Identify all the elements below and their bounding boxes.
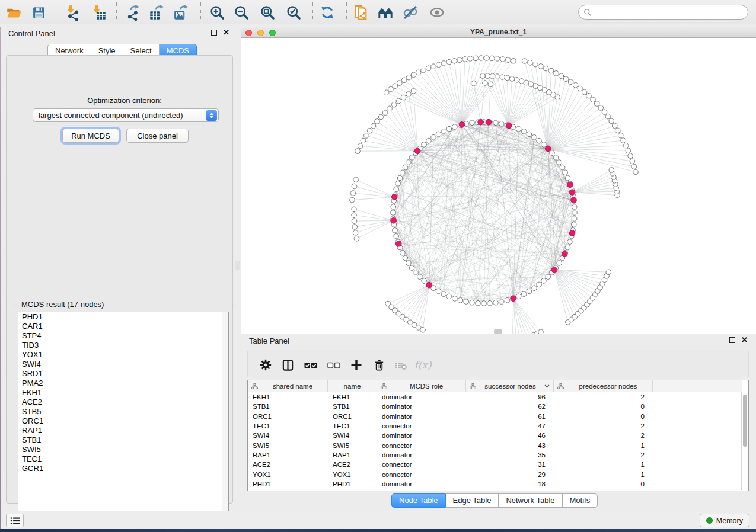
- clone-network-icon[interactable]: [351, 3, 370, 22]
- table-cell: connector: [377, 442, 466, 449]
- close-panel-button[interactable]: Close panel: [126, 129, 189, 143]
- run-mcds-button[interactable]: Run MCDS: [62, 129, 119, 143]
- table-row[interactable]: STB1STB1dominator620: [248, 402, 741, 411]
- close-panel-icon[interactable]: ✕: [223, 30, 229, 36]
- tab-node-table[interactable]: Node Table: [391, 493, 446, 508]
- import-network-icon[interactable]: [63, 3, 82, 22]
- export-network-icon[interactable]: [124, 3, 143, 22]
- mcds-result-item[interactable]: TID3: [18, 341, 228, 350]
- mcds-result-list[interactable]: PHD1CAR1STP4TID3YOX1SWI4SRD1PMA2FKH1ACE2…: [18, 312, 229, 520]
- search-input[interactable]: [578, 5, 748, 20]
- splitter-grip[interactable]: [235, 261, 240, 270]
- criterion-value: largest connected component (undirected): [39, 111, 183, 120]
- mcds-result-item[interactable]: PHD1: [18, 312, 228, 322]
- select-all-icon[interactable]: [302, 356, 320, 374]
- zoom-out-icon[interactable]: [232, 3, 251, 22]
- column-header-shared-name[interactable]: shared name: [248, 380, 328, 392]
- table-cell: 1: [554, 461, 653, 468]
- table-panel: Table Panel ✕ f(x) shared namenameMC: [241, 334, 756, 509]
- table-cell: SWI4: [328, 432, 377, 439]
- table-settings-gear-icon[interactable]: [257, 356, 275, 374]
- save-session-icon[interactable]: [29, 3, 48, 22]
- table-row[interactable]: ORC1ORC1dominator610: [248, 412, 741, 421]
- table-cell: dominator: [377, 432, 466, 439]
- column-header-name[interactable]: name: [328, 380, 377, 392]
- zoom-fit-icon[interactable]: [258, 3, 277, 22]
- show-all-icon[interactable]: [428, 3, 446, 22]
- mcds-panel: Optimization criterion: largest connecte…: [6, 55, 233, 504]
- mcds-result-item[interactable]: SRD1: [18, 369, 228, 379]
- deselect-all-icon[interactable]: [325, 356, 343, 374]
- zoom-selected-icon[interactable]: [284, 3, 303, 22]
- table-cell: TEC1: [328, 422, 377, 430]
- close-panel-icon[interactable]: ✕: [741, 337, 748, 343]
- toolbar-separator: [200, 2, 201, 21]
- open-session-icon[interactable]: [4, 3, 23, 22]
- mcds-result-item[interactable]: STB5: [18, 407, 228, 416]
- float-panel-icon[interactable]: [729, 337, 735, 343]
- tab-network-table[interactable]: Network Table: [499, 493, 562, 508]
- mcds-result-item[interactable]: CAR1: [18, 322, 228, 331]
- table-vscroll-thumb[interactable]: [743, 395, 747, 447]
- mcds-result-item[interactable]: STP4: [18, 331, 228, 341]
- mcds-result-item[interactable]: GCR1: [18, 464, 228, 473]
- table-row[interactable]: SWI4SWI4dominator462: [248, 431, 741, 440]
- node-table-header: shared namenameMCDS rolesuccessor nodesp…: [248, 380, 742, 392]
- column-header-MCDS-role[interactable]: MCDS role: [377, 380, 466, 392]
- refresh-icon[interactable]: [318, 3, 337, 22]
- table-row[interactable]: FKH1FKH1dominator962: [248, 392, 741, 402]
- table-cell: dominator: [377, 403, 466, 410]
- table-cell: connector: [377, 461, 466, 468]
- table-row[interactable]: TEC1TEC1connector472: [248, 421, 741, 431]
- table-row[interactable]: ACE2ACE2connector311: [248, 460, 741, 469]
- node-table: shared namenameMCDS rolesuccessor nodesp…: [247, 380, 749, 491]
- mcds-result-item[interactable]: FKH1: [18, 388, 228, 398]
- table-row[interactable]: RAP1RAP1dominator352: [248, 450, 741, 460]
- mcds-result-item[interactable]: ACE2: [18, 398, 228, 407]
- table-cell: SWI5: [328, 442, 377, 449]
- mcds-list-scrollbar[interactable]: [222, 312, 228, 519]
- mcds-result-item[interactable]: ORC1: [18, 416, 228, 426]
- mcds-result-item[interactable]: STB1: [18, 435, 228, 445]
- table-cell: ORC1: [248, 413, 328, 420]
- export-table-icon[interactable]: [147, 3, 166, 22]
- table-cell: PHD1: [328, 480, 377, 488]
- mcds-result-group: MCDS result (17 nodes) PHD1CAR1STP4TID3Y…: [14, 305, 234, 525]
- criterion-select[interactable]: largest connected component (undirected): [33, 108, 219, 122]
- mcds-result-item[interactable]: TEC1: [18, 454, 228, 464]
- network-window-titlebar: YPA_prune.txt_1: [241, 27, 756, 38]
- mcds-result-item[interactable]: SWI4: [18, 360, 228, 369]
- float-panel-icon[interactable]: [211, 30, 217, 36]
- memory-button[interactable]: Memory: [700, 514, 749, 527]
- mcds-result-item[interactable]: YOX1: [18, 350, 228, 360]
- column-header-predecessor-nodes[interactable]: predecessor nodes: [554, 380, 653, 392]
- table-cell: connector: [377, 422, 466, 430]
- table-row[interactable]: YOX1YOX1connector291: [248, 469, 741, 479]
- tab-edge-table[interactable]: Edge Table: [446, 493, 499, 508]
- table-vscroll[interactable]: [741, 392, 748, 490]
- network-hscroll-thumb[interactable]: [494, 329, 502, 334]
- delete-column-trash-icon[interactable]: [370, 356, 388, 374]
- mcds-result-item[interactable]: RAP1: [18, 426, 228, 435]
- table-cell: 61: [466, 413, 554, 420]
- table-cell: 0: [554, 480, 653, 488]
- tab-motifs[interactable]: Motifs: [563, 493, 598, 508]
- table-cell: RAP1: [328, 451, 377, 459]
- search-network-icon[interactable]: [376, 3, 395, 22]
- table-row[interactable]: PHD1PHD1dominator180: [248, 479, 741, 489]
- task-history-button[interactable]: [6, 514, 24, 527]
- export-image-icon[interactable]: [171, 3, 190, 22]
- table-cell: PHD1: [248, 480, 328, 488]
- table-row[interactable]: SWI5SWI5connector431: [248, 440, 741, 450]
- zoom-in-icon[interactable]: [208, 3, 227, 22]
- create-column-plus-icon[interactable]: [347, 356, 365, 374]
- network-graph-canvas[interactable]: [241, 38, 756, 334]
- search-icon: [583, 8, 592, 17]
- mcds-result-item[interactable]: SWI5: [18, 445, 228, 454]
- mcds-result-item[interactable]: PMA2: [18, 379, 228, 388]
- import-table-icon[interactable]: [89, 3, 108, 22]
- column-header-successor-nodes[interactable]: successor nodes: [466, 380, 554, 392]
- hide-selected-icon[interactable]: [401, 3, 420, 22]
- table-cell: dominator: [377, 451, 466, 459]
- show-columns-icon[interactable]: [279, 356, 296, 374]
